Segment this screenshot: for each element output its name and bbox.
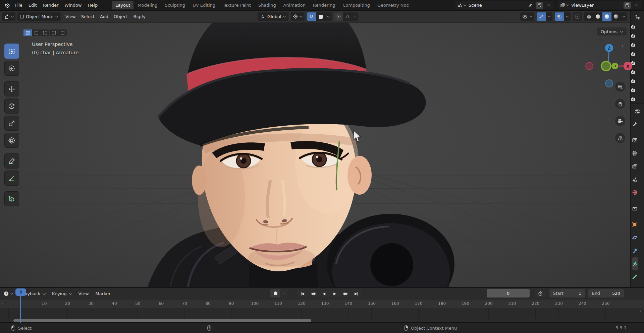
delete-scene-button[interactable] (545, 2, 552, 9)
timeline-scrollbar[interactable] (13, 319, 311, 322)
show-gizmo-toggle[interactable] (537, 12, 546, 21)
transport-button[interactable]: ◀◆ (308, 289, 318, 297)
tool-button[interactable] (4, 81, 19, 96)
new-view-layer-button[interactable] (624, 2, 631, 9)
gizmo-minus-x-axis[interactable] (586, 62, 593, 70)
workspace-tab[interactable]: Shading (255, 1, 279, 9)
auto-keying-dropdown[interactable] (281, 289, 288, 297)
properties-editor-icon[interactable] (631, 106, 644, 116)
render-visibility-toggle[interactable] (631, 22, 636, 31)
perspective-toggle-button[interactable] (615, 133, 625, 143)
transform-orientation-selector[interactable]: Global (258, 12, 288, 21)
zoom-button[interactable] (615, 82, 625, 92)
current-frame-field[interactable]: 0 (487, 289, 530, 297)
properties-tab[interactable] (632, 202, 638, 215)
snap-toggle[interactable] (307, 12, 316, 21)
shading-wireframe-button[interactable] (584, 12, 593, 21)
tool-button[interactable] (4, 44, 19, 59)
xray-toggle[interactable] (573, 12, 582, 21)
render-visibility-toggle[interactable] (631, 31, 636, 40)
tool-button[interactable] (4, 98, 19, 114)
blender-logo-icon[interactable] (3, 2, 11, 9)
playhead[interactable]: 0 (15, 288, 26, 296)
workspace-tab[interactable]: Compositing (339, 1, 373, 9)
workspace-tab[interactable]: Geometry Noc (374, 1, 412, 9)
workspace-tab[interactable]: Modeling (134, 1, 161, 9)
transport-button[interactable]: ◆▶ (340, 289, 351, 297)
viewport-menu[interactable]: Select (78, 13, 97, 20)
properties-tab[interactable] (632, 173, 638, 186)
topbar-menu[interactable]: Window (61, 2, 85, 9)
outliner-editor-icon[interactable] (631, 12, 644, 22)
timeline-menu[interactable]: Keying (49, 290, 75, 297)
timeline-menu[interactable]: View (75, 290, 92, 297)
mode-selector[interactable]: Object Mode (17, 12, 61, 21)
expand-channels-arrow[interactable]: › (1, 301, 3, 306)
snap-settings-button[interactable] (316, 12, 325, 21)
show-object-types-button[interactable] (520, 12, 534, 21)
viewport-menu[interactable]: View (63, 13, 78, 20)
gizmo-y-axis[interactable] (601, 61, 611, 71)
topbar-menu[interactable]: Edit (25, 2, 40, 9)
options-button[interactable]: Options (597, 27, 627, 36)
workspace-tab[interactable]: Layout (112, 1, 133, 9)
workspace-tab[interactable]: Rendering (310, 1, 338, 9)
snap-dropdown[interactable] (325, 12, 332, 21)
workspace-tab[interactable]: Animation (280, 1, 309, 9)
timeline-channels[interactable] (0, 308, 644, 319)
topbar-menu[interactable]: Render (40, 2, 61, 9)
new-scene-button[interactable] (536, 2, 543, 9)
falloff-dropdown[interactable] (352, 12, 358, 21)
show-overlays-toggle[interactable] (555, 12, 564, 21)
frame-ruler[interactable]: 1020304050607080901001101201301401501601… (0, 299, 644, 308)
gizmo-minus-z-axis[interactable] (605, 80, 613, 87)
transport-button[interactable]: ◀ (319, 289, 329, 297)
timeline-sidebar-arrow[interactable]: ‹ (640, 309, 641, 314)
tool-button[interactable] (4, 153, 19, 169)
proportional-editing-toggle[interactable] (334, 12, 343, 21)
select-mode-button[interactable] (58, 29, 67, 36)
properties-tab[interactable] (632, 257, 638, 270)
timeline-editor-type-button[interactable] (3, 291, 13, 296)
pin-scene-button[interactable] (527, 2, 534, 9)
workspace-tab[interactable]: UV Editing (189, 1, 219, 9)
properties-tab[interactable] (632, 231, 638, 244)
shading-rendered-button[interactable] (611, 12, 621, 21)
timeline-menu[interactable]: Marker (93, 290, 114, 297)
overlays-dropdown[interactable] (564, 12, 571, 21)
tool-button[interactable] (4, 61, 19, 76)
frame-end-field[interactable]: End 520 (588, 289, 624, 297)
select-mode-button[interactable] (50, 29, 58, 36)
editor-type-button[interactable] (2, 12, 15, 21)
shading-solid-button[interactable] (593, 12, 602, 21)
tool-button[interactable] (4, 116, 19, 131)
viewport-menu[interactable]: Add (97, 13, 111, 20)
topbar-menu[interactable]: Help (85, 2, 101, 9)
select-mode-button[interactable] (23, 29, 32, 36)
gizmo-dropdown[interactable] (546, 12, 552, 21)
viewport-menu[interactable]: Rigify (130, 13, 148, 20)
select-mode-button[interactable] (41, 29, 49, 36)
pivot-point-selector[interactable] (291, 12, 305, 21)
tool-button[interactable] (4, 191, 19, 206)
auto-keying-toggle[interactable] (270, 289, 280, 297)
tool-button[interactable] (4, 133, 19, 148)
sidebar-collapse-arrow[interactable]: ‹ (622, 42, 623, 48)
transport-button[interactable]: ▶| (351, 289, 361, 297)
workspace-tab[interactable]: Texture Paint (219, 1, 254, 9)
falloff-curve-button[interactable] (343, 12, 352, 21)
view-layer-name[interactable]: ViewLayer (571, 3, 622, 8)
select-mode-button[interactable] (32, 29, 41, 36)
workspace-tab[interactable]: Sculpting (161, 1, 189, 9)
properties-tab[interactable] (632, 218, 638, 231)
shading-dropdown[interactable] (621, 12, 627, 21)
transport-button[interactable]: |◀ (297, 289, 308, 297)
properties-tab[interactable] (632, 147, 638, 159)
scene-name[interactable]: Scene (469, 3, 525, 8)
3d-viewport[interactable]: Options User Perspective (0) char | Arma… (0, 23, 630, 287)
frame-start-field[interactable]: Start 1 (549, 289, 585, 297)
shading-material-button[interactable] (602, 12, 611, 21)
viewport-menu[interactable]: Object (111, 13, 130, 20)
properties-tab[interactable] (632, 270, 638, 283)
tool-button[interactable] (4, 171, 19, 186)
